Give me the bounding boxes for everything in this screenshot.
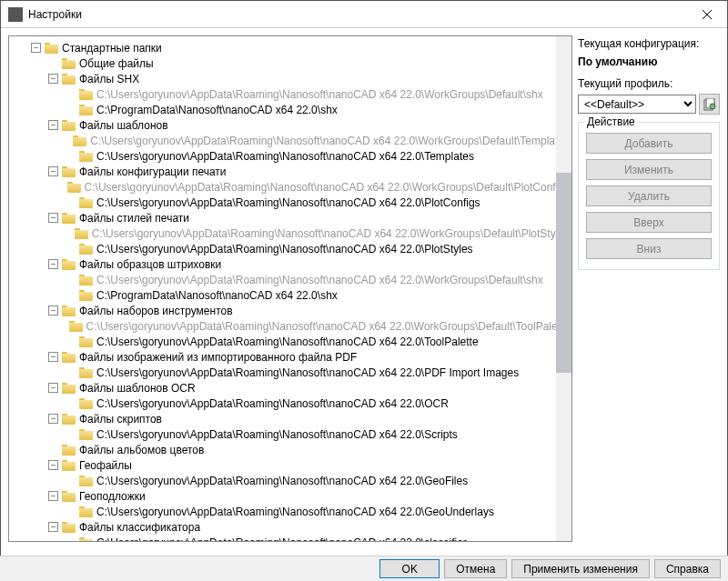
profile-manage-button[interactable] [699,94,720,115]
tree-item[interactable]: Общие файлы [11,55,570,71]
tree-item[interactable]: C:\Users\goryunov\AppData\Roaming\Nanoso… [11,148,570,164]
tree-item[interactable]: C:\Users\goryunov\AppData\Roaming\Nanoso… [11,225,570,241]
folder-icon [69,320,84,332]
collapse-icon[interactable]: − [48,383,58,393]
down-button[interactable]: Вниз [586,238,712,259]
tree-item-label: C:\Users\goryunov\AppData\Roaming\Nanoso… [96,506,494,518]
folder-icon [79,274,94,285]
tree-item-label: C:\Users\goryunov\AppData\Roaming\Nanoso… [92,227,570,240]
cancel-button[interactable]: Отмена [444,559,507,578]
folder-icon [79,243,94,255]
folder-icon [79,428,94,440]
profile-select[interactable]: <<Default>> [578,95,696,114]
tree-item-label: C:\ProgramData\Nanosoft\nanoCAD x64 22.0… [96,104,338,116]
tree-item[interactable]: C:\Users\goryunov\AppData\Roaming\Nanoso… [11,535,570,541]
vertical-scrollbar[interactable] [556,36,571,541]
tree-item[interactable]: C:\Users\goryunov\AppData\Roaming\Nanoso… [11,365,570,380]
ok-button[interactable]: OK [379,559,440,578]
delete-button[interactable]: Удалить [586,185,712,206]
tree-item-label: C:\Users\goryunov\AppData\Roaming\Nanoso… [96,397,449,410]
tree-item[interactable]: C:\Users\goryunov\AppData\Roaming\Nanoso… [11,318,570,334]
tree-item-label: C:\Users\goryunov\AppData\Roaming\Nanoso… [96,243,473,255]
tree-item-label: Файлы классификатора [79,521,200,534]
collapse-icon[interactable]: − [31,43,41,53]
tree-item[interactable]: −Геоподложки [11,488,570,504]
tree-item[interactable]: C:\Users\goryunov\AppData\Roaming\Nanoso… [11,179,570,195]
collapse-icon[interactable]: − [48,213,58,223]
folder-icon [62,490,76,502]
up-button[interactable]: Вверх [586,212,712,233]
tree-item[interactable]: −Файлы шаблонов [11,117,570,133]
collapse-icon[interactable]: − [48,166,58,176]
tree-item[interactable]: −Файлы скриптов [11,411,570,426]
tree-item-label: Файлы альбомов цветов [79,444,204,456]
collapse-icon[interactable]: − [48,120,58,130]
scrollbar-thumb[interactable] [556,173,571,373]
folder-icon [79,397,94,409]
folder-icon [62,351,76,363]
tree-item[interactable]: −Файлы изображений из импортированного ф… [11,349,570,365]
tree-item[interactable]: C:\Users\goryunov\AppData\Roaming\Nanoso… [11,334,570,349]
tree-item[interactable]: −Геофайлы [11,457,570,473]
tree-item[interactable]: C:\Users\goryunov\AppData\Roaming\Nanoso… [11,241,570,256]
tree-item[interactable]: C:\Users\goryunov\AppData\Roaming\Nanoso… [11,473,570,488]
tree-item[interactable]: −Стандартные папки [11,40,570,55]
tree-item[interactable]: C:\Users\goryunov\AppData\Roaming\Nanoso… [11,272,570,287]
tree-item[interactable]: C:\Users\goryunov\AppData\Roaming\Nanoso… [11,426,570,442]
close-button[interactable] [686,1,727,27]
folder-icon [79,366,94,378]
footer: OK Отмена Применить изменения Справка [0,556,728,581]
collapse-icon[interactable]: − [48,491,58,501]
tree-item[interactable]: C:\ProgramData\Nanosoft\nanoCAD x64 22.0… [11,287,570,303]
tree-item[interactable]: −Файлы SHX [11,71,570,86]
tree-item[interactable]: Файлы альбомов цветов [11,442,570,457]
tree-item[interactable]: C:\Users\goryunov\AppData\Roaming\Nanoso… [11,86,570,102]
tree-item-label: C:\Users\goryunov\AppData\Roaming\Nanoso… [96,88,543,101]
actions-legend: Действие [584,115,638,128]
tree-item-label: Файлы стилей печати [79,212,189,225]
tree-item-label: Файлы наборов инструментов [79,305,233,317]
folder-icon [79,536,94,541]
tree-item-label: C:\Users\goryunov\AppData\Roaming\Nanoso… [85,181,570,194]
collapse-icon[interactable]: − [48,306,58,316]
tree-item[interactable]: C:\Users\goryunov\AppData\Roaming\Nanoso… [11,133,570,148]
collapse-icon[interactable]: − [48,460,58,470]
tree-item[interactable]: C:\Users\goryunov\AppData\Roaming\Nanoso… [11,504,570,519]
svg-point-2 [710,104,715,109]
tree-item-label: Геоподложки [79,490,146,503]
folder-icon [79,150,94,162]
edit-button[interactable]: Изменить [586,159,712,180]
collapse-icon[interactable]: − [48,259,58,269]
tree-item[interactable]: C:\Users\goryunov\AppData\Roaming\Nanoso… [11,396,570,411]
folder-icon [62,57,76,69]
tree-item[interactable]: −Файлы классификатора [11,519,570,535]
titlebar[interactable]: Настройки [1,1,727,28]
tree-item-label: C:\ProgramData\Nanosoft\nanoCAD x64 22.0… [96,289,338,302]
tree-item-label: Файлы шаблонов OCR [79,382,196,395]
folder-tree[interactable]: −Стандартные папкиОбщие файлы−Файлы SHXC… [9,36,571,541]
folder-icon [73,135,87,146]
collapse-icon[interactable]: − [48,352,58,362]
collapse-icon[interactable]: − [48,522,58,532]
tree-item[interactable]: −Файлы конфигурации печати [11,164,570,179]
tree-item[interactable]: C:\ProgramData\Nanosoft\nanoCAD x64 22.0… [11,102,570,117]
tree-item-label: C:\Users\goryunov\AppData\Roaming\Nanoso… [96,150,474,163]
tree-item[interactable]: −Файлы образцов штриховки [11,256,570,272]
tree-item-label: Файлы изображений из импортированного фа… [79,351,357,364]
tree-item-label: Файлы SHX [79,73,139,85]
tree-item[interactable]: −Файлы наборов инструментов [11,303,570,318]
folder-icon [62,413,76,425]
add-button[interactable]: Добавить [586,133,712,154]
collapse-icon[interactable]: − [48,74,58,84]
collapse-icon[interactable]: − [48,414,58,424]
tree-item-label: C:\Users\goryunov\AppData\Roaming\Nanoso… [96,196,480,209]
help-button[interactable]: Справка [654,559,721,578]
tree-item[interactable]: C:\Users\goryunov\AppData\Roaming\Nanoso… [11,195,570,210]
folder-icon [79,475,94,486]
tree-item-label: C:\Users\goryunov\AppData\Roaming\Nanoso… [86,320,570,333]
current-profile-label: Текущий профиль: [578,77,720,90]
tree-item[interactable]: −Файлы стилей печати [11,210,570,225]
tree-item[interactable]: −Файлы шаблонов OCR [11,380,570,396]
folder-icon [79,289,94,301]
apply-button[interactable]: Применить изменения [511,559,650,578]
